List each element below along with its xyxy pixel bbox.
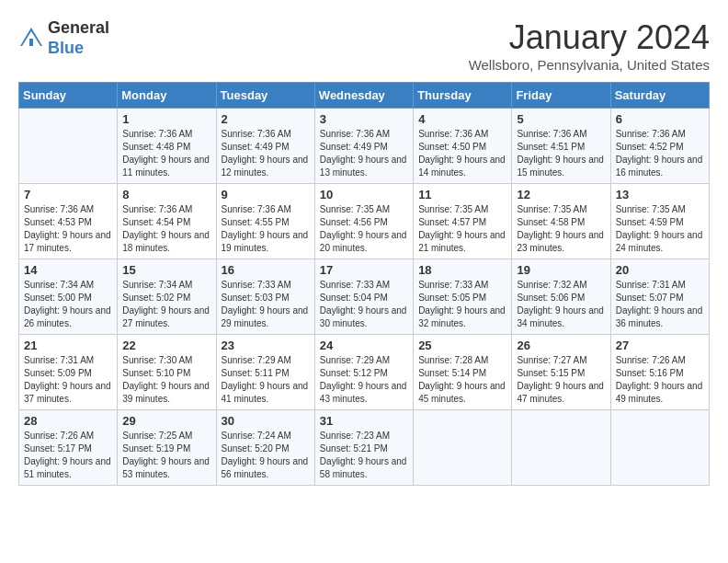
sunrise-text: Sunrise: 7:36 AM: [24, 204, 94, 214]
daylight-text: Daylight: 9 hours and 37 minutes.: [24, 381, 111, 404]
calendar-cell: 30 Sunrise: 7:24 AM Sunset: 5:20 PM Dayl…: [216, 410, 314, 486]
calendar-cell: 2 Sunrise: 7:36 AM Sunset: 4:49 PM Dayli…: [216, 109, 314, 184]
day-number: 29: [122, 414, 210, 428]
day-number: 7: [24, 188, 112, 201]
daylight-text: Daylight: 9 hours and 53 minutes.: [122, 456, 210, 479]
daylight-text: Daylight: 9 hours and 34 minutes.: [517, 305, 604, 328]
logo-icon: [18, 26, 44, 52]
sunset-text: Sunset: 5:14 PM: [418, 368, 486, 378]
calendar-week-row: 1 Sunrise: 7:36 AM Sunset: 4:48 PM Dayli…: [19, 109, 710, 184]
sunrise-text: Sunrise: 7:36 AM: [122, 129, 192, 139]
day-number: 12: [517, 188, 605, 201]
sunrise-text: Sunrise: 7:23 AM: [320, 431, 390, 441]
sunset-text: Sunset: 4:52 PM: [616, 142, 684, 152]
day-number: 30: [222, 414, 310, 428]
daylight-text: Daylight: 9 hours and 58 minutes.: [320, 456, 407, 479]
sunrise-text: Sunrise: 7:36 AM: [320, 129, 390, 139]
calendar-cell: 25 Sunrise: 7:28 AM Sunset: 5:14 PM Dayl…: [414, 335, 512, 410]
sunset-text: Sunset: 5:15 PM: [517, 368, 585, 378]
sunrise-text: Sunrise: 7:34 AM: [122, 280, 192, 290]
calendar-cell: 12 Sunrise: 7:35 AM Sunset: 4:58 PM Dayl…: [512, 184, 610, 259]
daylight-text: Daylight: 9 hours and 18 minutes.: [122, 230, 210, 253]
day-number: 6: [616, 112, 704, 126]
calendar-cell: 5 Sunrise: 7:36 AM Sunset: 4:51 PM Dayli…: [512, 109, 610, 184]
sunrise-text: Sunrise: 7:27 AM: [517, 355, 586, 365]
daylight-text: Daylight: 9 hours and 13 minutes.: [320, 155, 407, 178]
sunset-text: Sunset: 5:07 PM: [616, 293, 684, 303]
day-header: Sunday: [19, 83, 118, 109]
calendar-cell: 13 Sunrise: 7:35 AM Sunset: 4:59 PM Dayl…: [610, 184, 709, 259]
day-info: Sunrise: 7:26 AM Sunset: 5:16 PM Dayligh…: [616, 354, 704, 406]
calendar-cell: 24 Sunrise: 7:29 AM Sunset: 5:12 PM Dayl…: [314, 335, 413, 410]
day-info: Sunrise: 7:36 AM Sunset: 4:53 PM Dayligh…: [24, 203, 112, 255]
day-number: 11: [418, 188, 506, 201]
sunset-text: Sunset: 5:12 PM: [320, 368, 388, 378]
calendar-cell: 8 Sunrise: 7:36 AM Sunset: 4:54 PM Dayli…: [118, 184, 216, 259]
sunrise-text: Sunrise: 7:28 AM: [418, 355, 488, 365]
sunrise-text: Sunrise: 7:35 AM: [616, 204, 686, 214]
day-info: Sunrise: 7:35 AM Sunset: 4:57 PM Dayligh…: [418, 203, 506, 255]
calendar-cell: 14 Sunrise: 7:34 AM Sunset: 5:00 PM Dayl…: [19, 259, 118, 335]
sunset-text: Sunset: 4:59 PM: [616, 217, 684, 227]
day-header: Tuesday: [216, 83, 314, 109]
day-number: 5: [517, 112, 605, 126]
day-number: 31: [320, 414, 408, 428]
day-number: 21: [24, 339, 112, 352]
day-info: Sunrise: 7:30 AM Sunset: 5:10 PM Dayligh…: [122, 354, 210, 406]
day-info: Sunrise: 7:29 AM Sunset: 5:11 PM Dayligh…: [222, 354, 310, 406]
day-number: 10: [320, 188, 408, 201]
sunrise-text: Sunrise: 7:32 AM: [517, 280, 586, 290]
sunrise-text: Sunrise: 7:36 AM: [616, 129, 686, 139]
calendar-cell: 29 Sunrise: 7:25 AM Sunset: 5:19 PM Dayl…: [118, 410, 216, 486]
day-number: 15: [122, 263, 210, 277]
sunset-text: Sunset: 4:50 PM: [418, 142, 486, 152]
day-number: 26: [517, 339, 605, 352]
sunset-text: Sunset: 5:04 PM: [320, 293, 388, 303]
calendar-cell: 28 Sunrise: 7:26 AM Sunset: 5:17 PM Dayl…: [19, 410, 118, 486]
sunset-text: Sunset: 5:09 PM: [24, 368, 92, 378]
sunrise-text: Sunrise: 7:33 AM: [418, 280, 488, 290]
daylight-text: Daylight: 9 hours and 32 minutes.: [418, 305, 506, 328]
day-info: Sunrise: 7:36 AM Sunset: 4:48 PM Dayligh…: [122, 128, 210, 179]
sunrise-text: Sunrise: 7:30 AM: [122, 355, 192, 365]
sunset-text: Sunset: 5:11 PM: [222, 368, 290, 378]
day-info: Sunrise: 7:35 AM Sunset: 4:58 PM Dayligh…: [517, 203, 605, 255]
day-number: 27: [616, 339, 704, 352]
sunset-text: Sunset: 4:58 PM: [517, 217, 585, 227]
day-header: Wednesday: [314, 83, 413, 109]
day-number: 13: [616, 188, 704, 201]
calendar-cell: 9 Sunrise: 7:36 AM Sunset: 4:55 PM Dayli…: [216, 184, 314, 259]
day-info: Sunrise: 7:36 AM Sunset: 4:50 PM Dayligh…: [418, 128, 506, 179]
day-info: Sunrise: 7:36 AM Sunset: 4:54 PM Dayligh…: [122, 203, 210, 255]
day-info: Sunrise: 7:36 AM Sunset: 4:49 PM Dayligh…: [320, 128, 408, 179]
calendar-cell: 31 Sunrise: 7:23 AM Sunset: 5:21 PM Dayl…: [314, 410, 413, 486]
daylight-text: Daylight: 9 hours and 56 minutes.: [222, 456, 309, 479]
daylight-text: Daylight: 9 hours and 47 minutes.: [517, 381, 604, 404]
day-info: Sunrise: 7:34 AM Sunset: 5:02 PM Dayligh…: [122, 279, 210, 330]
day-info: Sunrise: 7:33 AM Sunset: 5:05 PM Dayligh…: [418, 279, 506, 330]
day-info: Sunrise: 7:32 AM Sunset: 5:06 PM Dayligh…: [517, 279, 605, 330]
daylight-text: Daylight: 9 hours and 14 minutes.: [418, 155, 506, 178]
sunrise-text: Sunrise: 7:35 AM: [517, 204, 586, 214]
day-number: 17: [320, 263, 408, 277]
calendar-cell: [512, 410, 610, 486]
daylight-text: Daylight: 9 hours and 27 minutes.: [122, 305, 210, 328]
day-info: Sunrise: 7:27 AM Sunset: 5:15 PM Dayligh…: [517, 354, 605, 406]
day-header: Thursday: [414, 83, 512, 109]
sunset-text: Sunset: 5:02 PM: [122, 293, 190, 303]
calendar-cell: [414, 410, 512, 486]
header-row: SundayMondayTuesdayWednesdayThursdayFrid…: [19, 83, 710, 109]
sunrise-text: Sunrise: 7:33 AM: [222, 280, 291, 290]
sunrise-text: Sunrise: 7:31 AM: [616, 280, 686, 290]
sunset-text: Sunset: 4:53 PM: [24, 217, 92, 227]
daylight-text: Daylight: 9 hours and 21 minutes.: [418, 230, 506, 253]
day-info: Sunrise: 7:29 AM Sunset: 5:12 PM Dayligh…: [320, 354, 408, 406]
day-info: Sunrise: 7:36 AM Sunset: 4:55 PM Dayligh…: [222, 203, 310, 255]
daylight-text: Daylight: 9 hours and 11 minutes.: [122, 155, 210, 178]
calendar-week-row: 7 Sunrise: 7:36 AM Sunset: 4:53 PM Dayli…: [19, 184, 710, 259]
daylight-text: Daylight: 9 hours and 16 minutes.: [616, 155, 703, 178]
calendar-cell: [19, 109, 118, 184]
day-number: 8: [122, 188, 210, 201]
calendar-cell: 10 Sunrise: 7:35 AM Sunset: 4:56 PM Dayl…: [314, 184, 413, 259]
day-number: 1: [122, 112, 210, 126]
